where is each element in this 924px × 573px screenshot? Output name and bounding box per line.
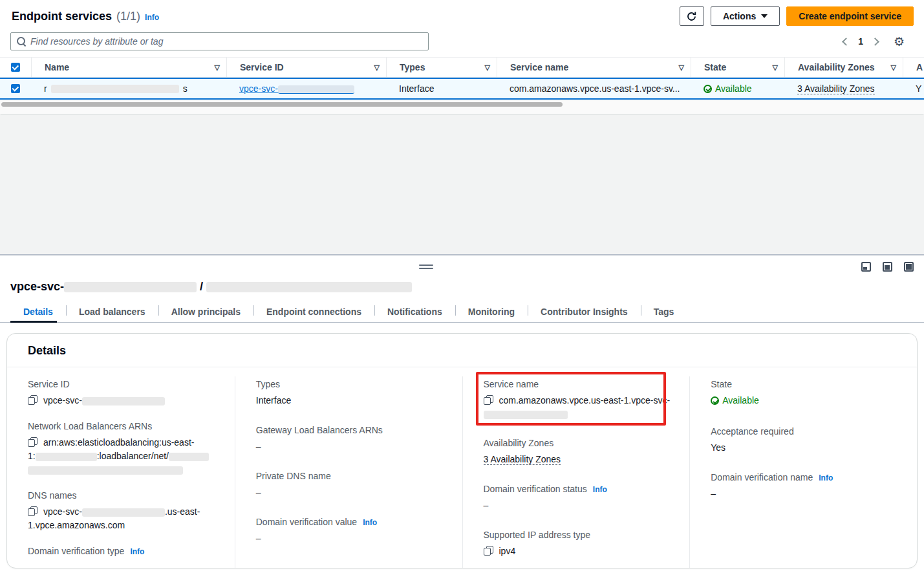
sort-icon[interactable]: ▽ xyxy=(485,63,490,72)
field-service-name: Service name com.amazonaws.vpce.us-east-… xyxy=(484,379,672,421)
tab-load-balancers[interactable]: Load balancers xyxy=(66,301,158,322)
tab-monitoring[interactable]: Monitoring xyxy=(455,301,528,322)
sort-icon[interactable]: ▽ xyxy=(679,63,684,72)
details-card: Details Service ID vpce-svc- Network Loa… xyxy=(6,333,918,568)
row-service-id-cell: vpce-svc- xyxy=(226,83,386,94)
copy-icon[interactable] xyxy=(28,437,38,447)
copy-icon[interactable] xyxy=(484,546,493,556)
field-supported-ip-type: Supported IP address type ipv4 xyxy=(484,530,672,558)
field-state: State Available xyxy=(711,379,899,409)
select-all-checkbox[interactable] xyxy=(11,63,20,72)
sort-icon[interactable]: ▽ xyxy=(215,63,220,72)
next-page-icon[interactable] xyxy=(871,38,879,46)
redacted-service-name xyxy=(484,411,568,419)
column-header-acceptance[interactable]: A xyxy=(903,58,924,77)
redacted-service-id xyxy=(278,85,354,94)
split-panel: vpce-svc- / Details Load balancers Allow… xyxy=(0,254,924,573)
details-heading: Details xyxy=(28,344,896,358)
select-all-checkbox-cell xyxy=(0,58,31,77)
details-column-2: Types Interface Gateway Load Balancers A… xyxy=(235,376,462,568)
sort-icon[interactable]: ▽ xyxy=(891,63,896,72)
page-number[interactable]: 1 xyxy=(858,36,863,47)
sort-icon[interactable]: ▽ xyxy=(773,63,778,72)
refresh-button[interactable] xyxy=(680,6,704,26)
info-link[interactable]: Info xyxy=(363,518,377,527)
search-input[interactable] xyxy=(30,33,428,50)
field-types: Types Interface xyxy=(256,379,444,407)
split-panel-drag-handle[interactable] xyxy=(419,265,433,271)
state-value: Available xyxy=(715,83,752,94)
panel-layout-full-icon[interactable] xyxy=(904,262,914,272)
background-gap xyxy=(0,114,924,254)
redacted-dns xyxy=(82,508,165,517)
tab-allow-principals[interactable]: Allow principals xyxy=(158,301,253,322)
panel-layout-split-icon[interactable] xyxy=(883,262,892,272)
redacted-service-id xyxy=(64,282,197,292)
field-domain-verification-status: Domain verification statusInfo – xyxy=(484,484,672,512)
page-title-text: Endpoint services xyxy=(12,10,112,23)
tab-endpoint-connections[interactable]: Endpoint connections xyxy=(253,301,374,322)
row-checkbox[interactable] xyxy=(11,84,20,93)
details-column-4: State Available Acceptance required Yes … xyxy=(689,376,917,568)
pagination: 1 ⚙ xyxy=(843,36,914,48)
tab-details[interactable]: Details xyxy=(10,301,66,322)
column-header-types[interactable]: Types▽ xyxy=(386,58,497,77)
column-header-state[interactable]: State▽ xyxy=(691,58,784,77)
tab-contributor-insights[interactable]: Contributor Insights xyxy=(528,301,641,322)
column-header-name[interactable]: Name▽ xyxy=(31,58,226,77)
refresh-icon xyxy=(686,11,697,22)
create-endpoint-service-label: Create endpoint service xyxy=(799,11,901,21)
actions-button[interactable]: Actions xyxy=(711,6,780,26)
column-header-service-name[interactable]: Service name▽ xyxy=(497,58,691,77)
row-state-cell: Available xyxy=(691,83,784,94)
field-acceptance-required: Acceptance required Yes xyxy=(711,426,899,455)
vpc-endpoint-services-page: Endpoint services (1/1) Info Actions Cre… xyxy=(0,0,924,573)
info-link[interactable]: Info xyxy=(130,547,144,556)
table-row[interactable]: rs vpce-svc- Interface com.amazonaws.vpc… xyxy=(0,78,924,100)
actions-button-label: Actions xyxy=(723,11,756,21)
field-domain-verification-value: Domain verification valueInfo – xyxy=(256,517,444,545)
column-header-availability-zones[interactable]: Availability Zones▽ xyxy=(784,58,903,77)
row-checkbox-cell xyxy=(0,84,31,93)
available-status-icon xyxy=(704,85,712,93)
panel-layout-bottom-icon[interactable] xyxy=(861,262,871,272)
sort-icon[interactable]: ▽ xyxy=(374,63,380,72)
row-name-cell: rs xyxy=(31,83,226,94)
horizontal-scrollbar-thumb[interactable] xyxy=(1,102,563,107)
field-domain-verification-name: Domain verification nameInfo – xyxy=(711,472,899,501)
field-domain-verification-type: Domain verification typeInfo – xyxy=(28,546,217,568)
copy-icon[interactable] xyxy=(28,395,38,405)
selected-resource-title: vpce-svc- / xyxy=(0,279,924,301)
row-availability-zones-cell: 3 Availability Zones xyxy=(784,83,903,94)
horizontal-scrollbar[interactable] xyxy=(0,100,924,109)
info-link[interactable]: Info xyxy=(819,473,833,482)
create-endpoint-service-button[interactable]: Create endpoint service xyxy=(786,6,914,26)
redacted-arn-tail xyxy=(28,466,183,475)
availability-zones-popover-link[interactable]: 3 Availability Zones xyxy=(797,83,875,94)
info-link[interactable]: Info xyxy=(593,485,607,494)
field-private-dns-name: Private DNS name – xyxy=(256,471,444,499)
row-acceptance-cell: Y xyxy=(903,83,924,94)
available-status-icon xyxy=(711,396,719,405)
tab-notifications[interactable]: Notifications xyxy=(374,301,455,322)
service-id-link[interactable]: vpce-svc- xyxy=(239,83,354,94)
copy-icon[interactable] xyxy=(28,506,38,516)
tab-tags[interactable]: Tags xyxy=(641,301,687,322)
previous-page-icon[interactable] xyxy=(842,38,850,46)
redacted-name xyxy=(51,85,179,93)
resource-count: (1/1) xyxy=(116,10,140,23)
table-header-row: Name▽ Service ID▽ Types▽ Service name▽ S… xyxy=(0,57,924,78)
search-icon xyxy=(17,37,26,46)
row-service-name-cell: com.amazonaws.vpce.us-east-1.vpce-sv... xyxy=(497,83,691,94)
column-header-service-id[interactable]: Service ID▽ xyxy=(226,58,386,77)
field-glb-arns: Gateway Load Balancers ARNs – xyxy=(256,425,444,453)
redacted-lb-name xyxy=(169,453,209,461)
field-availability-zones: Availability Zones 3 Availability Zones xyxy=(484,438,672,466)
search-box[interactable] xyxy=(10,32,429,50)
details-column-3: Service name com.amazonaws.vpce.us-east-… xyxy=(462,376,690,568)
availability-zones-popover-link[interactable]: 3 Availability Zones xyxy=(484,454,561,465)
details-column-1: Service ID vpce-svc- Network Load Balanc… xyxy=(7,376,235,568)
copy-icon[interactable] xyxy=(484,395,493,405)
gear-icon[interactable]: ⚙ xyxy=(894,36,905,48)
header-info-link[interactable]: Info xyxy=(145,13,159,22)
